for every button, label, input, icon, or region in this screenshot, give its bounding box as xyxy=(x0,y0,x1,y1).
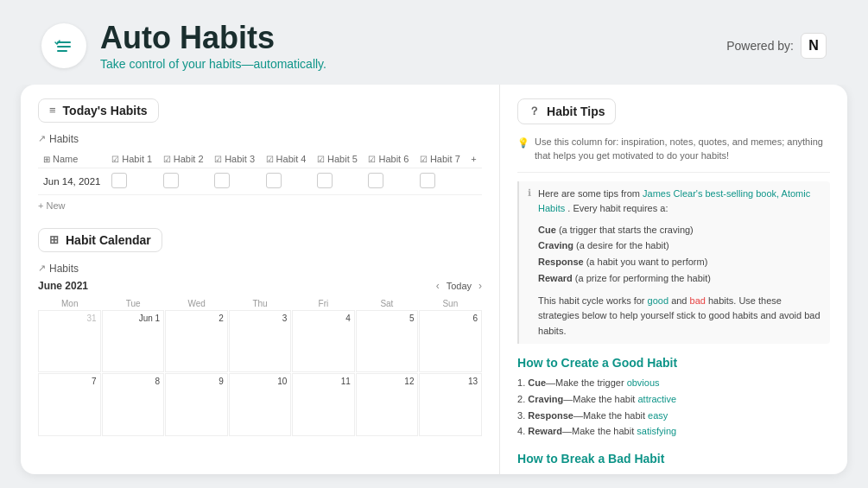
habit-tips-header: ？ Habit Tips xyxy=(517,98,616,124)
list-item: Response—Make the habit easy xyxy=(517,408,830,424)
calendar-month: June 2021 xyxy=(38,280,88,292)
cal-day[interactable]: 10 xyxy=(229,373,292,436)
cal-day[interactable]: 8 xyxy=(102,373,165,436)
list-item: Cue (a trigger that starts the craving) xyxy=(538,222,821,238)
powered-by-label: Powered by: xyxy=(726,39,794,53)
habit-tips-label: Habit Tips xyxy=(547,105,605,118)
good-label: good xyxy=(648,295,668,306)
habit5-cell[interactable] xyxy=(312,168,363,194)
prev-month-button[interactable]: ‹ xyxy=(436,280,440,292)
cal-day[interactable]: 2 xyxy=(165,310,228,373)
left-panel: ≡ Today's Habits ↗ Habits ⊞Name ☑Habit 1… xyxy=(21,85,500,474)
calendar-header-row: June 2021 ‹ Today › xyxy=(38,280,482,292)
right-panel: ？ Habit Tips 💡 Use this column for: insp… xyxy=(500,85,847,474)
habit-components-list: Cue (a trigger that starts the craving) … xyxy=(538,222,821,287)
arrow-icon: ↗ xyxy=(38,133,46,144)
col-habit2: ☑Habit 2 xyxy=(158,150,209,168)
habits-table: ⊞Name ☑Habit 1 ☑Habit 2 ☑Habit 3 ☑Habit … xyxy=(38,150,482,195)
cal-day[interactable]: 13 xyxy=(419,373,482,436)
habit-tips-section: ？ Habit Tips 💡 Use this column for: insp… xyxy=(517,98,830,474)
tip-description: 💡 Use this column for: inspiration, note… xyxy=(517,135,830,163)
habit3-cell[interactable] xyxy=(209,168,260,194)
cal-day[interactable]: 7 xyxy=(38,373,101,436)
good-habit-title: How to Create a Good Habit xyxy=(517,356,830,370)
divider xyxy=(517,172,830,173)
tip-intro-end: . Every habit requires a: xyxy=(567,203,668,213)
list-item: Cue—Make the trigger invisible xyxy=(517,471,830,474)
cal-day[interactable]: Jun 1 xyxy=(102,310,165,373)
col-add[interactable]: + xyxy=(466,150,482,168)
todays-habits-header: ≡ Today's Habits xyxy=(38,98,159,123)
question-icon: ？ xyxy=(529,104,540,119)
habit1-cell[interactable] xyxy=(106,168,157,194)
table-row: Jun 14, 2021 xyxy=(38,168,482,194)
app-subtitle: Take control of your habits—automaticall… xyxy=(100,57,326,71)
app-header: Auto Habits Take control of your habits—… xyxy=(0,0,868,85)
col-name: ⊞Name xyxy=(38,150,106,168)
habit-calendar-section: ⊞ Habit Calendar ↗ Habits June 2021 ‹ To… xyxy=(38,228,482,436)
lightbulb-icon: 💡 xyxy=(517,136,529,163)
cal-day[interactable]: 31 xyxy=(38,310,101,373)
habit7-cell[interactable] xyxy=(415,168,466,194)
list-item: Cue—Make the trigger obvious xyxy=(517,375,830,391)
cal-day[interactable]: 5 xyxy=(356,310,419,373)
table-header-row: ⊞Name ☑Habit 1 ☑Habit 2 ☑Habit 3 ☑Habit … xyxy=(38,150,482,168)
cal-day[interactable]: 9 xyxy=(165,373,228,436)
header-title-block: Auto Habits Take control of your habits—… xyxy=(100,21,326,71)
habit4-cell[interactable] xyxy=(261,168,312,194)
habit-cycle-paragraph: This habit cycle works for good and bad … xyxy=(538,294,821,339)
habit2-cell[interactable] xyxy=(158,168,209,194)
list-item: Craving (a desire for the habit) xyxy=(538,238,821,254)
todays-habits-label: Today's Habits xyxy=(63,104,148,117)
notion-icon: N xyxy=(801,33,827,59)
cal-day[interactable]: 4 xyxy=(292,310,355,373)
bad-habit-list: Cue—Make the trigger invisible xyxy=(517,471,830,474)
col-habit1: ☑Habit 1 xyxy=(106,150,157,168)
tip-use-column-text: Use this column for: inspiration, notes,… xyxy=(535,135,830,163)
cal-day[interactable]: 3 xyxy=(229,310,292,373)
list-item: Reward—Make the habit satisfying xyxy=(517,423,830,440)
cal-day[interactable]: 6 xyxy=(419,310,482,373)
todays-habits-section: ≡ Today's Habits ↗ Habits ⊞Name ☑Habit 1… xyxy=(38,98,482,211)
arrow-icon2: ↗ xyxy=(38,263,46,274)
list-item: Craving—Make the habit attractive xyxy=(517,391,830,408)
tip-box: ℹ Here are some tips from James Clear's … xyxy=(517,181,830,345)
good-habit-list: Cue—Make the trigger obvious Craving—Mak… xyxy=(517,375,830,440)
calendar-habits-label: ↗ Habits xyxy=(38,263,482,275)
main-content: ≡ Today's Habits ↗ Habits ⊞Name ☑Habit 1… xyxy=(0,85,868,488)
col-habit5: ☑Habit 5 xyxy=(312,150,363,168)
main-card: ≡ Today's Habits ↗ Habits ⊞Name ☑Habit 1… xyxy=(21,85,847,474)
next-month-button[interactable]: › xyxy=(478,280,482,292)
cal-day[interactable]: 12 xyxy=(356,373,419,436)
row-date: Jun 14, 2021 xyxy=(38,168,106,194)
col-habit6: ☑Habit 6 xyxy=(363,150,414,168)
cal-day[interactable]: 11 xyxy=(292,373,355,436)
list-icon: ≡ xyxy=(49,104,56,117)
col-habit3: ☑Habit 3 xyxy=(209,150,260,168)
today-label[interactable]: Today xyxy=(447,281,472,291)
habit-calendar-header: ⊞ Habit Calendar xyxy=(38,228,162,252)
add-new-button[interactable]: + New xyxy=(38,200,482,211)
calendar-grid: 31 Jun 1 2 3 4 5 6 7 8 9 10 11 12 13 xyxy=(38,310,482,436)
col-habit7: ☑Habit 7 xyxy=(415,150,466,168)
add-new-label: + New xyxy=(38,200,66,211)
tip-content: Here are some tips from James Clear's be… xyxy=(538,187,821,339)
habits-label: ↗ Habits xyxy=(38,133,482,145)
calendar-icon: ⊞ xyxy=(49,233,59,246)
calendar-grid-header: Mon Tue Wed Thu Fri Sat Sun xyxy=(38,299,482,308)
bad-habit-title: How to Break a Bad Habit xyxy=(517,452,830,466)
col-habit4: ☑Habit 4 xyxy=(261,150,312,168)
list-item: Reward (a prize for performing the habit… xyxy=(538,270,821,287)
powered-by: Powered by: N xyxy=(726,33,827,59)
app-title: Auto Habits xyxy=(100,21,326,55)
calendar-nav: ‹ Today › xyxy=(436,280,482,292)
bad-label: bad xyxy=(690,295,706,306)
habits-section-label: Habits xyxy=(49,133,79,145)
app-logo xyxy=(41,23,86,68)
tip-intro: Here are some tips from xyxy=(538,188,640,199)
habit-calendar-label: Habit Calendar xyxy=(66,233,151,247)
info-icon: ℹ xyxy=(528,187,531,199)
habit6-cell[interactable] xyxy=(363,168,414,194)
header-left: Auto Habits Take control of your habits—… xyxy=(41,21,326,71)
list-item: Response (a habit you want to perform) xyxy=(538,254,821,270)
